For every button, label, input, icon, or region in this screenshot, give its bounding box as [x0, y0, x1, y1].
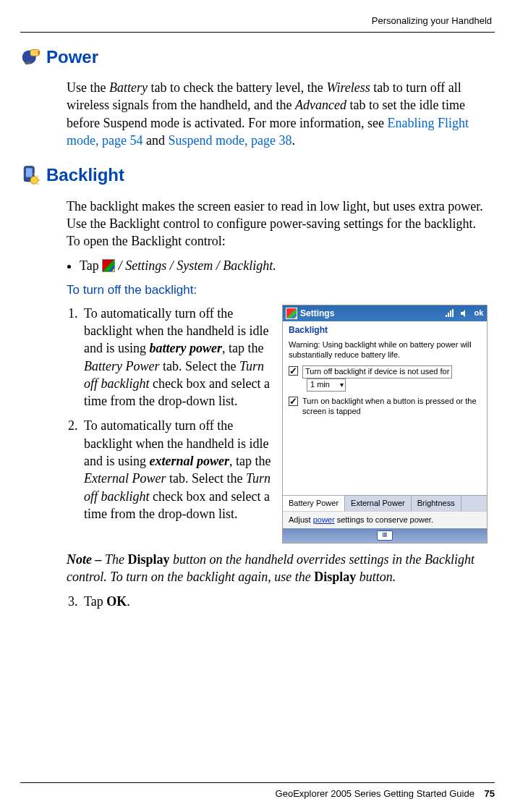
wm-tab-brightness[interactable]: Brightness: [412, 496, 461, 511]
start-menu-icon: [102, 259, 115, 272]
svg-line-8: [38, 176, 39, 177]
svg-rect-4: [26, 169, 33, 177]
wm-volume-icon[interactable]: [459, 308, 469, 318]
backlight-heading-row: Backlight: [20, 164, 495, 187]
turn-off-subhead: To turn off the backlight:: [67, 282, 488, 299]
backlight-screenshot: Settings ok Backlight Warning: Using bac…: [282, 305, 488, 544]
step-3: Tap OK.: [81, 593, 488, 610]
wm-checkbox-turnoff[interactable]: [289, 366, 298, 376]
wm-check1-row: Turn off backlight if device is not used…: [302, 365, 481, 391]
wm-title: Settings: [300, 308, 442, 319]
power-heading: Power: [46, 46, 98, 69]
wm-sip-bar[interactable]: ▦: [283, 528, 487, 543]
backlight-icon: [20, 165, 41, 185]
wm-warning-text: Warning: Using backlight while on batter…: [289, 340, 481, 360]
wm-start-icon[interactable]: [286, 308, 297, 319]
rule-bottom: [20, 782, 495, 783]
step-2: To automatically turn off the backlight …: [81, 417, 273, 523]
wm-subtitle: Backlight: [283, 321, 487, 340]
backlight-intro: The backlight makes the screen easier to…: [67, 198, 488, 250]
footer-title: GeoExplorer 2005 Series Getting Started …: [276, 788, 474, 799]
wm-ok-button[interactable]: ok: [474, 308, 484, 318]
svg-rect-1: [30, 49, 39, 56]
wm-check2-label: Turn on backlight when a button is press…: [302, 396, 481, 418]
power-icon: [20, 47, 41, 67]
wm-power-link[interactable]: power: [313, 515, 335, 524]
rule-top: [20, 32, 495, 33]
section-backlight: Backlight The backlight makes the screen…: [20, 164, 495, 610]
running-head: Personalizing your Handheld: [20, 14, 495, 28]
wm-tab-external-power[interactable]: External Power: [345, 496, 412, 511]
wm-signal-icon[interactable]: [445, 308, 455, 318]
wm-titlebar: Settings ok: [283, 305, 487, 321]
power-paragraph: Use the Battery tab to check the battery…: [67, 79, 488, 149]
link-suspend-mode[interactable]: Suspend mode, page 38: [168, 133, 291, 148]
wm-tab-battery-power[interactable]: Battery Power: [283, 496, 345, 511]
wm-check1-label: Turn off backlight if device is not used…: [302, 365, 452, 378]
backlight-open-bullet: Tap / Settings / System / Backlight.: [80, 257, 488, 274]
step-1: To automatically turn off the backlight …: [81, 305, 273, 410]
page-footer: GeoExplorer 2005 Series Getting Started …: [276, 787, 495, 800]
wm-tabs: Battery Power External Power Brightness: [283, 495, 487, 511]
power-heading-row: Power: [20, 46, 495, 69]
backlight-note: Note – The Display button on the handhel…: [67, 551, 488, 586]
wm-timeout-dropdown[interactable]: 1 min: [307, 378, 346, 392]
backlight-heading: Backlight: [46, 164, 124, 187]
section-power: Power Use the Battery tab to check the b…: [20, 46, 495, 150]
svg-point-5: [30, 177, 38, 185]
wm-keyboard-icon[interactable]: ▦: [377, 530, 393, 541]
svg-line-9: [38, 184, 39, 185]
footer-page-number: 75: [485, 788, 495, 799]
svg-rect-2: [38, 51, 41, 54]
wm-checkbox-turnon[interactable]: [289, 397, 298, 406]
wm-footer-hint: Adjust power settings to conserve power.: [283, 511, 487, 528]
